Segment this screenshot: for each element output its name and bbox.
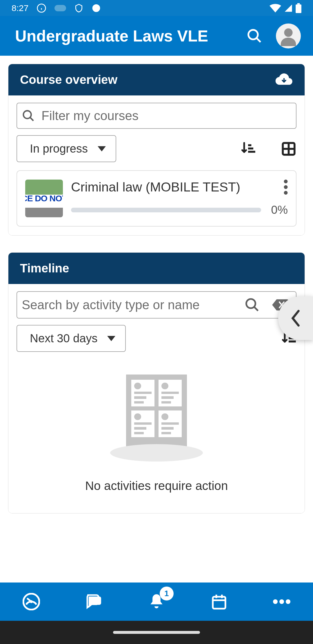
svg-point-21 (246, 299, 256, 308)
grid-view-icon[interactable] (281, 141, 296, 157)
dropdown-label: In progress (30, 142, 88, 155)
svg-point-7 (248, 30, 258, 39)
course-overview-card: Course overview In progress (8, 64, 305, 236)
avatar[interactable] (276, 23, 301, 48)
svg-point-4 (92, 4, 100, 12)
svg-line-22 (254, 307, 258, 311)
svg-rect-3 (54, 5, 66, 11)
empty-grid-icon (126, 375, 187, 447)
timeline-search-wrapper[interactable] (17, 291, 296, 319)
filter-courses-input[interactable] (41, 108, 291, 123)
signal-icon (284, 4, 293, 12)
thumbnail-caption: CE DO NOT (25, 193, 63, 203)
chevron-down-icon (98, 146, 106, 151)
nav-more[interactable] (250, 583, 313, 621)
timeline-range-dropdown[interactable]: Next 30 days (17, 325, 126, 352)
shadow-ellipse (110, 444, 203, 462)
search-icon[interactable] (246, 28, 263, 44)
sort-icon[interactable] (240, 141, 256, 157)
course-card[interactable]: CE DO NOT Criminal law (MOBILE TEST) 0% (17, 170, 296, 227)
android-gesture-bar (0, 621, 313, 644)
cloud-download-icon[interactable] (275, 73, 293, 86)
main-content: Course overview In progress (0, 56, 313, 583)
svg-point-33 (279, 599, 284, 604)
info-icon (37, 3, 46, 13)
nav-notifications[interactable]: 1 (125, 583, 188, 621)
nav-messages[interactable] (63, 583, 125, 621)
timeline-card: Timeline Next 30 days (8, 252, 305, 513)
timeline-search-input[interactable] (22, 298, 241, 312)
notification-badge: 1 (160, 587, 174, 600)
svg-rect-13 (248, 147, 253, 149)
course-title: Criminal law (MOBILE TEST) (71, 180, 279, 195)
tag-icon (54, 5, 66, 11)
gesture-handle (113, 631, 200, 634)
timeline-empty-state: No activities require action (17, 360, 296, 504)
course-status-dropdown[interactable]: In progress (17, 135, 116, 162)
svg-point-19 (284, 185, 288, 189)
svg-line-8 (256, 38, 261, 42)
course-thumbnail: CE DO NOT (25, 180, 63, 217)
svg-rect-28 (213, 597, 225, 609)
status-time: 8:27 (12, 3, 28, 13)
page-title: Undergraduate Laws VLE (15, 27, 246, 45)
course-overview-header: Course overview (8, 64, 305, 95)
nav-calendar[interactable] (188, 583, 250, 621)
svg-point-20 (284, 191, 288, 195)
svg-point-32 (273, 599, 278, 604)
bottom-nav: 1 (0, 583, 313, 621)
svg-rect-5 (296, 4, 301, 13)
search-icon[interactable] (244, 297, 260, 313)
course-progress-pct: 0% (271, 203, 288, 216)
card-title: Timeline (20, 261, 293, 275)
shield-icon (74, 3, 83, 13)
svg-point-10 (23, 111, 31, 119)
svg-line-11 (30, 117, 34, 121)
empty-message: No activities require action (85, 479, 228, 493)
android-status-bar: 8:27 (0, 0, 313, 16)
dropdown-label: Next 30 days (30, 332, 97, 345)
svg-rect-14 (248, 151, 255, 153)
course-progress-bar (71, 208, 261, 212)
chevron-left-icon (290, 310, 301, 327)
filter-courses-input-wrapper[interactable] (17, 103, 296, 129)
svg-rect-12 (248, 144, 251, 146)
search-icon (22, 109, 35, 122)
chevron-down-icon (107, 336, 115, 341)
card-title: Course overview (20, 73, 275, 87)
wifi-icon (270, 4, 281, 12)
app-header: Undergraduate Laws VLE (0, 16, 313, 56)
more-vert-icon[interactable] (284, 180, 288, 195)
svg-point-18 (284, 180, 288, 183)
face-icon (92, 3, 101, 13)
timeline-header: Timeline (8, 253, 305, 284)
svg-rect-6 (297, 3, 300, 4)
svg-point-34 (286, 599, 290, 604)
svg-point-9 (284, 28, 292, 37)
battery-icon (296, 3, 301, 13)
nav-dashboard[interactable] (0, 583, 63, 621)
svg-rect-25 (289, 340, 296, 342)
